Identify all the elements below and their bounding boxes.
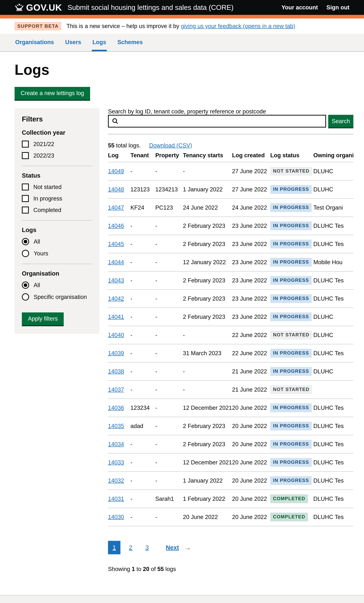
search-input[interactable]	[108, 115, 326, 128]
log-link[interactable]: 14039	[108, 350, 124, 356]
checkbox-option-in-progress[interactable]: In progress	[22, 195, 92, 202]
log-created-cell: 20 June 2022	[232, 417, 270, 435]
log-link[interactable]: 14033	[108, 459, 124, 466]
log-link[interactable]: 14049	[108, 168, 124, 174]
log-link[interactable]: 14031	[108, 496, 124, 502]
log-link[interactable]: 14037	[108, 386, 124, 393]
nav-tab-users-link[interactable]: Users	[65, 34, 82, 51]
table-row: 14033--12 December 202120 June 2022IN PR…	[108, 453, 353, 472]
radio-icon[interactable]	[22, 250, 29, 257]
owning-org-cell: DLUHC	[313, 326, 353, 344]
table-row: 14034--2 February 202320 June 2022IN PRO…	[108, 435, 353, 453]
your-account-link[interactable]: Your account	[282, 4, 318, 11]
tenancy-starts-cell: 31 March 2023	[183, 344, 232, 362]
search-button[interactable]: Search	[328, 115, 353, 128]
tenant-cell: -	[130, 326, 155, 344]
log-created-cell: 23 June 2022	[232, 253, 270, 271]
log-link[interactable]: 14042	[108, 295, 124, 302]
log-link[interactable]: 14043	[108, 277, 124, 284]
log-link[interactable]: 14045	[108, 241, 124, 247]
owning-org-cell: DLUHC Tes	[313, 508, 353, 526]
checkbox-icon[interactable]	[22, 184, 29, 190]
tenant-cell: -	[130, 453, 155, 472]
checkbox-option-not-started[interactable]: Not started	[22, 184, 92, 190]
status-badge: IN PROGRESS	[270, 313, 312, 321]
log-link[interactable]: 14038	[108, 368, 124, 375]
property-cell: -	[155, 290, 183, 308]
pagination-page-1[interactable]: 1	[108, 541, 120, 554]
log-link[interactable]: 14032	[108, 477, 124, 484]
tenant-cell: -	[130, 472, 155, 490]
log-link[interactable]: 14044	[108, 259, 124, 266]
checkbox-icon[interactable]	[22, 140, 29, 148]
tenancy-starts-cell: 1 January 2022	[183, 472, 232, 490]
log-created-cell: 22 June 2022	[232, 344, 270, 362]
nav-tab-organisations-link[interactable]: Organisations	[14, 34, 55, 51]
checkbox-icon[interactable]	[22, 207, 29, 214]
phase-banner: SUPPORT BETA This is a new service – hel…	[0, 19, 364, 34]
log-link[interactable]: 14046	[108, 223, 124, 229]
pagination-next-link[interactable]: Next	[161, 541, 184, 554]
feedback-link[interactable]: giving us your feedback (opens in a new …	[181, 23, 295, 29]
total-logs-text: 55 total logs.	[108, 142, 141, 149]
radio-option-yours[interactable]: Yours	[22, 250, 92, 257]
radio-option-all[interactable]: All	[22, 281, 92, 289]
nav-tab-logs-link[interactable]: Logs	[92, 34, 107, 51]
nav-tab-schemes-link[interactable]: Schemes	[117, 34, 143, 51]
checkbox-option-completed[interactable]: Completed	[22, 207, 92, 214]
pagination-page-2[interactable]: 2	[124, 541, 137, 554]
checkbox-option-2022-23[interactable]: 2022/23	[22, 152, 92, 159]
create-lettings-log-button[interactable]: Create a new lettings log	[14, 87, 90, 100]
apply-filters-button[interactable]: Apply filters	[22, 313, 64, 325]
sign-out-link[interactable]: Sign out	[326, 4, 350, 11]
status-badge: IN PROGRESS	[270, 403, 312, 412]
tenancy-starts-cell: 2 February 2023	[183, 290, 232, 308]
tenant-cell: adad	[130, 417, 155, 435]
log-created-cell: 20 June 2022	[232, 399, 270, 417]
log-link[interactable]: 14036	[108, 405, 124, 411]
service-name-link[interactable]: Submit social housing lettings and sales…	[68, 3, 234, 12]
govuk-logo[interactable]: GOV.UK	[14, 2, 62, 13]
pagination-page-3[interactable]: 3	[141, 541, 153, 554]
support-beta-tag: SUPPORT BETA	[14, 22, 61, 31]
property-cell: -	[155, 326, 183, 344]
radio-option-specific-organisation[interactable]: Specific organisation	[22, 293, 92, 301]
log-created-cell: 21 June 2022	[232, 381, 270, 399]
tenancy-starts-cell: 12 January 2022	[183, 253, 232, 271]
log-link[interactable]: 14041	[108, 314, 124, 320]
log-created-cell: 20 June 2022	[232, 508, 270, 526]
checkbox-icon[interactable]	[22, 152, 29, 159]
log-link[interactable]: 14034	[108, 441, 124, 447]
status-badge: IN PROGRESS	[270, 185, 312, 194]
download-csv-link[interactable]: Download (CSV)	[149, 142, 192, 149]
radio-icon[interactable]	[22, 293, 29, 301]
checkbox-icon[interactable]	[22, 195, 29, 202]
showing-mid: to	[135, 566, 143, 572]
page-title: Logs	[14, 61, 353, 78]
filter-divider	[22, 264, 92, 264]
radio-icon[interactable]	[22, 238, 29, 245]
tenancy-starts-cell: 2 February 2023	[183, 417, 232, 435]
table-row: 14045--2 February 202323 June 2022IN PRO…	[108, 235, 353, 253]
radio-icon[interactable]	[22, 281, 29, 289]
tenant-cell: -	[130, 362, 155, 381]
govuk-header: GOV.UK Submit social housing lettings an…	[0, 0, 364, 15]
property-cell: -	[155, 399, 183, 417]
log-link[interactable]: 14030	[108, 514, 124, 520]
radio-option-all[interactable]: All	[22, 238, 92, 245]
status-badge: COMPLETED	[270, 494, 308, 503]
tenant-cell: -	[130, 381, 155, 399]
filter-option-label: All	[34, 238, 40, 245]
table-row: 14035adad-2 February 202320 June 2022IN …	[108, 417, 353, 435]
column-header-owning-organisation: Owning organisation	[313, 150, 353, 162]
checkbox-option-2021-22[interactable]: 2021/22	[22, 140, 92, 148]
log-link[interactable]: 14040	[108, 332, 124, 338]
log-link[interactable]: 14047	[108, 204, 124, 211]
log-link[interactable]: 14035	[108, 423, 124, 429]
tenant-cell: -	[130, 235, 155, 253]
log-link[interactable]: 14048	[108, 186, 124, 193]
primary-navigation-list: OrganisationsUsersLogsSchemes	[14, 34, 350, 51]
owning-org-cell: DLUHC Tes	[313, 344, 353, 362]
log-created-cell: 20 June 2022	[232, 472, 270, 490]
status-badge: IN PROGRESS	[270, 240, 312, 248]
